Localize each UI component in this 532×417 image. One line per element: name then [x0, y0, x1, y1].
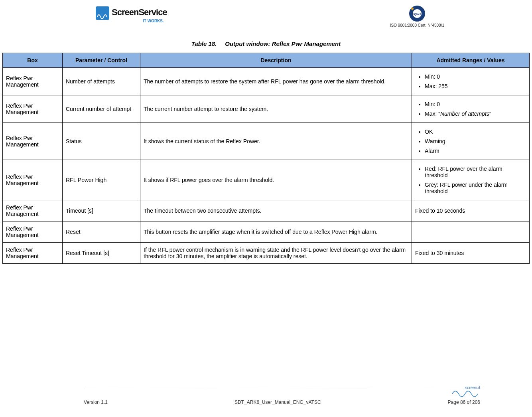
- table-header-row: Box Parameter / Control Description Admi…: [3, 53, 530, 68]
- table-row: Reflex Pwr ManagementNumber of attemptsT…: [3, 68, 530, 95]
- cell-desc: If the RFL power control mechanism is in…: [140, 243, 412, 264]
- table-row: Reflex Pwr ManagementStatusIt shows the …: [3, 123, 530, 160]
- cell-ranges: Fixed to 30 minutes: [412, 243, 530, 264]
- footer-divider: [84, 388, 484, 388]
- cell-desc: The current number attempt to restore th…: [140, 95, 412, 123]
- svg-text:IT WORKS.: IT WORKS.: [143, 19, 164, 23]
- cell-desc: It shows the current status of the Refle…: [140, 123, 412, 160]
- list-item: Min: 0: [425, 72, 526, 81]
- list-item: OK: [425, 127, 526, 136]
- page-footer: Version 1.1 SDT_ARK6_User_Manual_ENG_vAT…: [0, 399, 532, 405]
- cell-param: Reset: [63, 221, 140, 243]
- col-header-box: Box: [3, 53, 63, 68]
- cell-box: Reflex Pwr Management: [3, 123, 63, 160]
- list-item: Warning: [425, 136, 526, 146]
- cell-box: Reflex Pwr Management: [3, 160, 63, 200]
- iqnet-badge-icon: IQNet: [408, 5, 426, 22]
- table-row: Reflex Pwr ManagementTimeout [s]The time…: [3, 200, 530, 221]
- list-item: Min: 0: [425, 99, 526, 109]
- cell-param: Number of attempts: [63, 68, 140, 95]
- cell-box: Reflex Pwr Management: [3, 68, 63, 95]
- cell-ranges: Fixed to 10 seconds: [412, 200, 530, 221]
- ranges-list: Min: 0Max: “Number of attempts”: [415, 99, 526, 119]
- col-header-desc: Description: [140, 53, 412, 68]
- footer-page: Page 86 of 206: [448, 399, 480, 405]
- svg-text:IQNet: IQNet: [414, 13, 421, 16]
- cell-ranges: Red: RFL power over the alarm thresholdG…: [412, 160, 530, 200]
- list-item: Grey: RFL power under the alarm threshol…: [425, 180, 526, 196]
- cell-ranges: OKWarningAlarm: [412, 123, 530, 160]
- screenservice-logo-icon: ScreenService IT WORKS.: [96, 5, 167, 27]
- list-item: Max: 255: [425, 81, 526, 91]
- list-item: Max: “Number of attempts”: [425, 109, 526, 119]
- list-item: Red: RFL power over the alarm threshold: [425, 164, 526, 180]
- cert-badge: IQNet ISO 9001:2000 Cert. N°4500/1: [390, 5, 444, 28]
- cell-ranges: Min: 0Max: 255: [412, 68, 530, 95]
- table-row: Reflex Pwr ManagementResetThis button re…: [3, 221, 530, 243]
- table-row: Reflex Pwr ManagementCurrent number of a…: [3, 95, 530, 123]
- cell-box: Reflex Pwr Management: [3, 221, 63, 243]
- cell-desc: The timeout between two consecutive atte…: [140, 200, 412, 221]
- list-item: Alarm: [425, 146, 526, 156]
- footer-wave-icon: [452, 387, 480, 398]
- col-header-ranges: Admitted Ranges / Values: [412, 53, 530, 68]
- col-header-param: Parameter / Control: [63, 53, 140, 68]
- table-caption: Table 18. Output window: Reflex Pwr Mana…: [0, 40, 532, 47]
- ranges-list: OKWarningAlarm: [415, 127, 526, 156]
- table-title-text: Output window: Reflex Pwr Management: [225, 40, 341, 47]
- company-logo: ScreenService IT WORKS.: [96, 5, 167, 27]
- footer-docname: SDT_ARK6_User_Manual_ENG_vATSC: [234, 399, 321, 405]
- cell-ranges: Min: 0Max: “Number of attempts”: [412, 95, 530, 123]
- svg-rect-0: [96, 6, 109, 20]
- ranges-list: Min: 0Max: 255: [415, 72, 526, 91]
- table-number: Table 18.: [191, 40, 217, 47]
- footer-version: Version 1.1: [84, 399, 108, 405]
- cell-param: Timeout [s]: [63, 200, 140, 221]
- cert-text: ISO 9001:2000 Cert. N°4500/1: [390, 23, 444, 28]
- table-row: Reflex Pwr ManagementReset Timeout [s]If…: [3, 243, 530, 264]
- cell-desc: It shows if RFL power goes over the alar…: [140, 160, 412, 200]
- cell-desc: This button resets the amplifier stage w…: [140, 221, 412, 243]
- cell-box: Reflex Pwr Management: [3, 243, 63, 264]
- cell-param: Current number of attempt: [63, 95, 140, 123]
- cell-box: Reflex Pwr Management: [3, 95, 63, 123]
- page-header: ScreenService IT WORKS. IQNet ISO 9001:2…: [0, 0, 532, 31]
- cell-desc: The number of attempts to restore the sy…: [140, 68, 412, 95]
- ranges-list: Red: RFL power over the alarm thresholdG…: [415, 164, 526, 196]
- table-row: Reflex Pwr ManagementRFL Power HighIt sh…: [3, 160, 530, 200]
- cell-ranges: [412, 221, 530, 243]
- cell-param: Reset Timeout [s]: [63, 243, 140, 264]
- cell-param: RFL Power High: [63, 160, 140, 200]
- cell-box: Reflex Pwr Management: [3, 200, 63, 221]
- parameters-table: Box Parameter / Control Description Admi…: [2, 53, 530, 264]
- cell-param: Status: [63, 123, 140, 160]
- svg-text:ScreenService: ScreenService: [112, 7, 167, 17]
